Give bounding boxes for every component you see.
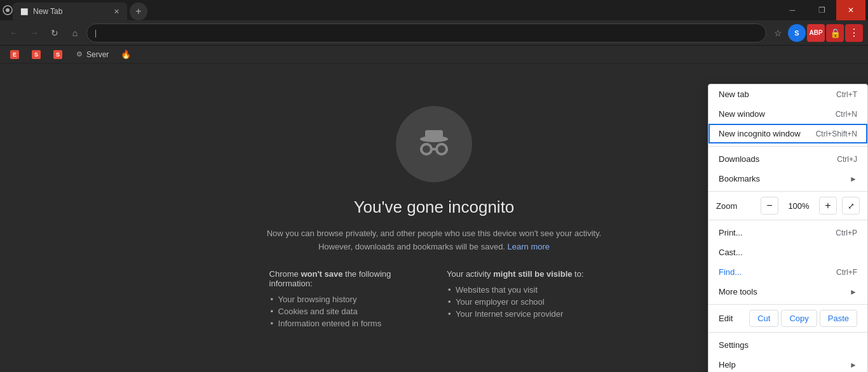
address-input[interactable]: [100, 28, 758, 37]
svg-point-4: [421, 144, 431, 154]
bookmark-e-icon: E: [10, 50, 19, 59]
wont-save-item-1: Your browsing history: [269, 293, 421, 305]
menu-divider-5: [709, 332, 867, 333]
menu-new-window[interactable]: New window Ctrl+N: [709, 104, 867, 124]
title-bar: ⬜ New Tab ✕ + ─ ❐ ✕: [0, 0, 868, 20]
toolbar: ← → ↻ ⌂ | ☆ S ABP 🔒 ⋮: [0, 20, 868, 46]
bookmark-e[interactable]: E: [5, 49, 24, 60]
bookmark-s2-icon: S: [53, 50, 62, 59]
active-tab[interactable]: ⬜ New Tab ✕: [13, 3, 127, 20]
zoom-minus-button[interactable]: −: [761, 197, 778, 215]
svg-point-1: [6, 8, 10, 12]
menu-cast[interactable]: Cast...: [709, 242, 867, 262]
svg-rect-3: [425, 130, 443, 140]
incognito-title: You've gone incognito: [354, 197, 515, 217]
bookmarks-bar: E S S ⚙ Server 🔥: [0, 46, 868, 63]
incognito-description: Now you can browse privately, and other …: [259, 227, 609, 254]
reload-button[interactable]: ↻: [46, 24, 64, 42]
menu-print[interactable]: Print... Ctrl+P: [709, 223, 867, 242]
zoom-fullscreen-button[interactable]: ⤢: [842, 197, 860, 215]
security-button[interactable]: 🔒: [826, 24, 844, 42]
address-bar: |: [86, 23, 766, 43]
menu-downloads[interactable]: Downloads Ctrl+J: [709, 149, 867, 169]
menu-help[interactable]: Help ►: [709, 355, 867, 372]
home-button[interactable]: ⌂: [66, 24, 84, 42]
wont-save-item-2: Cookies and site data: [269, 305, 421, 317]
toolbar-actions: ☆ S ABP 🔒 ⋮: [769, 24, 863, 42]
window-controls: ─ ❐ ✕: [778, 0, 865, 20]
new-tab-button[interactable]: +: [130, 3, 147, 20]
still-visible-heading: Your activity might still be visible to:: [447, 269, 599, 279]
menu-divider-3: [709, 220, 867, 220]
context-menu: New tab Ctrl+T New window Ctrl+N New inc…: [708, 84, 868, 372]
menu-bookmarks[interactable]: Bookmarks ►: [709, 169, 867, 189]
wont-save-list: Your browsing history Cookies and site d…: [269, 293, 421, 329]
menu-new-tab[interactable]: New tab Ctrl+T: [709, 84, 867, 104]
wont-save-heading: Chrome won't save the following informat…: [269, 269, 421, 288]
menu-new-incognito[interactable]: New incognito window Ctrl+Shift+N: [709, 124, 867, 143]
incognito-content: You've gone incognito Now you can browse…: [257, 106, 612, 329]
main-content: You've gone incognito Now you can browse…: [0, 63, 868, 372]
bookmark-s1-icon: S: [32, 50, 41, 59]
tab-close-button[interactable]: ✕: [114, 8, 119, 16]
restore-button[interactable]: ❐: [807, 0, 836, 20]
minimize-button[interactable]: ─: [778, 0, 807, 20]
menu-divider-1: [709, 146, 867, 147]
menu-edit-row: Edit Cut Copy Paste: [709, 307, 867, 329]
wont-save-column: Chrome won't save the following informat…: [269, 269, 421, 329]
skype-button[interactable]: S: [788, 24, 806, 42]
adblock-button[interactable]: ABP: [807, 24, 825, 42]
bookmark-server[interactable]: ⚙ Server: [70, 49, 114, 60]
menu-cut-button[interactable]: Cut: [749, 310, 778, 327]
menu-more-tools[interactable]: More tools ►: [709, 282, 867, 302]
title-bar-left: [3, 5, 13, 15]
bookmark-fire[interactable]: 🔥: [116, 49, 135, 60]
chrome-icon: [3, 5, 13, 15]
incognito-lists: Chrome won't save the following informat…: [257, 269, 612, 329]
still-visible-item-2: Your employer or school: [447, 296, 599, 308]
back-button[interactable]: ←: [5, 24, 23, 42]
tab-title: New Tab: [33, 7, 62, 16]
still-visible-item-1: Websites that you visit: [447, 284, 599, 296]
bookmark-star-button[interactable]: ☆: [769, 24, 787, 42]
learn-more-link[interactable]: Learn more: [508, 242, 550, 251]
menu-find[interactable]: Find... Ctrl+F: [709, 262, 867, 282]
close-button[interactable]: ✕: [836, 0, 865, 20]
tab-bar: ⬜ New Tab ✕ +: [13, 0, 778, 20]
menu-divider-4: [709, 304, 867, 305]
bookmark-fire-icon: 🔥: [121, 50, 130, 59]
menu-divider-2: [709, 191, 867, 192]
zoom-value: 100%: [783, 201, 814, 211]
svg-point-5: [437, 144, 447, 154]
menu-copy-button[interactable]: Copy: [781, 310, 817, 327]
menu-paste-button[interactable]: Paste: [820, 310, 857, 327]
bookmark-s1[interactable]: S: [27, 49, 46, 60]
wont-save-item-3: Information entered in forms: [269, 317, 421, 329]
menu-settings[interactable]: Settings: [709, 335, 867, 355]
menu-zoom-row: Zoom − 100% + ⤢: [709, 194, 867, 217]
still-visible-list: Websites that you visit Your employer or…: [447, 284, 599, 320]
bookmark-server-label: Server: [86, 50, 109, 59]
lock-icon: |: [95, 29, 97, 37]
zoom-plus-button[interactable]: +: [819, 197, 837, 215]
menu-button[interactable]: ⋮: [845, 24, 863, 42]
bookmark-s2[interactable]: S: [48, 49, 67, 60]
incognito-avatar: [396, 106, 472, 182]
still-visible-item-3: Your Internet service provider: [447, 308, 599, 320]
forward-button[interactable]: →: [25, 24, 43, 42]
bookmark-server-icon: ⚙: [75, 50, 84, 59]
still-visible-column: Your activity might still be visible to:…: [447, 269, 599, 329]
